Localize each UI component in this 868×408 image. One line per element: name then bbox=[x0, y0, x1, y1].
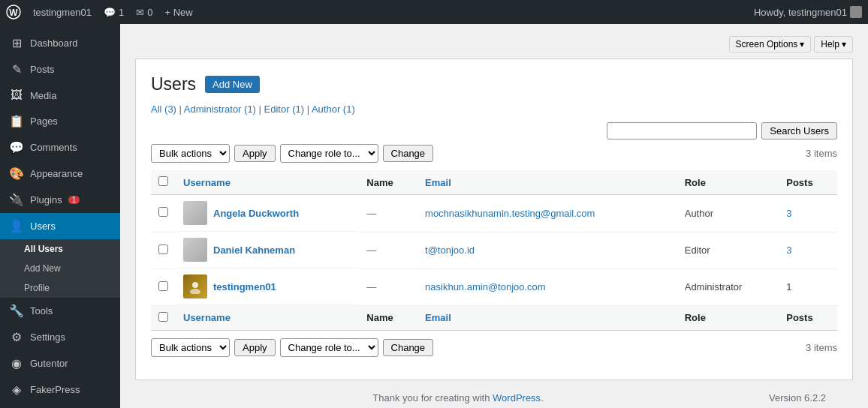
sidebar-item-users[interactable]: 👤 Users bbox=[0, 213, 120, 239]
search-users-button[interactable]: Search Users bbox=[761, 122, 837, 140]
sidebar-label-pages: Pages bbox=[30, 116, 58, 127]
apply-button-top[interactable]: Apply bbox=[234, 145, 276, 162]
bulk-actions-select-bottom[interactable]: Bulk actions Delete bbox=[151, 338, 230, 357]
change-role-select-top[interactable]: Change role to... Administrator Editor A… bbox=[280, 144, 378, 163]
sidebar-subitem-profile[interactable]: Profile bbox=[0, 278, 120, 298]
footer-wordpress-link[interactable]: WordPress bbox=[493, 392, 541, 404]
sidebar-item-posts[interactable]: ✎ Posts bbox=[0, 56, 120, 82]
avatar bbox=[850, 6, 862, 18]
footer-thank-you: Thank you for creating with bbox=[372, 392, 490, 404]
row-email: nasikhun.amin@tonjoo.com bbox=[417, 268, 677, 305]
adminbar-new[interactable]: + New bbox=[159, 0, 199, 24]
sidebar-item-settings[interactable]: ⚙ Settings bbox=[0, 324, 120, 350]
sidebar-item-gutentor[interactable]: ◉ Gutentor bbox=[0, 350, 120, 376]
name-dash: — bbox=[366, 244, 376, 256]
row-checkbox[interactable] bbox=[158, 281, 168, 291]
row-posts: 3 bbox=[779, 232, 837, 268]
apply-button-bottom[interactable]: Apply bbox=[234, 339, 276, 356]
email-link[interactable]: t@tonjoo.id bbox=[425, 244, 475, 256]
bulk-actions-bottom: Bulk actions Delete Apply Change role to… bbox=[151, 338, 837, 357]
sidebar-item-appearance[interactable]: 🎨 Appearance bbox=[0, 160, 120, 187]
row-role: Author bbox=[677, 195, 779, 232]
row-checkbox[interactable] bbox=[158, 207, 168, 217]
username-sort-link[interactable]: Username bbox=[183, 177, 231, 188]
select-all-footer-checkbox[interactable] bbox=[158, 312, 168, 322]
footer-username-link[interactable]: Username bbox=[183, 312, 231, 323]
screen-options-button[interactable]: Screen Options ▾ bbox=[729, 36, 812, 52]
row-avatar-username: testingmen01 bbox=[176, 268, 359, 305]
adminbar-right: Howdy, testingmen01 bbox=[754, 6, 862, 18]
posts-link[interactable]: 3 bbox=[786, 208, 791, 219]
sidebar-subitem-add-new[interactable]: Add New bbox=[0, 259, 120, 278]
email-sort-link[interactable]: Email bbox=[425, 177, 451, 188]
adminbar-howdy: Howdy, testingmen01 bbox=[754, 7, 847, 18]
change-button-top[interactable]: Change bbox=[383, 145, 434, 162]
sidebar-item-plugins[interactable]: 🔌 Plugins 1 bbox=[0, 187, 120, 213]
filter-editor[interactable]: Editor (1) bbox=[264, 104, 304, 115]
user-avatar bbox=[183, 201, 207, 225]
sidebar-item-media[interactable]: 🖼 Media bbox=[0, 82, 120, 108]
filter-links: All (3) | Administrator (1) | Editor (1)… bbox=[151, 104, 837, 115]
posts-link[interactable]: 3 bbox=[786, 244, 791, 256]
adminbar-messages[interactable]: ✉ 0 bbox=[130, 0, 158, 24]
select-all-checkbox[interactable] bbox=[158, 176, 168, 186]
tools-icon: 🔧 bbox=[9, 304, 24, 318]
row-role: Editor bbox=[677, 232, 779, 268]
bulk-actions-top: Bulk actions Delete Apply Change role to… bbox=[151, 144, 837, 163]
row-name: — bbox=[359, 268, 417, 305]
top-bar-buttons: Screen Options ▾ Help ▾ bbox=[135, 36, 853, 52]
row-name: — bbox=[359, 195, 417, 232]
user-avatar-photo bbox=[183, 274, 207, 298]
sidebar-item-tools[interactable]: 🔧 Tools bbox=[0, 298, 120, 324]
svg-point-2 bbox=[192, 282, 198, 288]
sidebar-subitem-all-users[interactable]: All Users bbox=[0, 239, 120, 259]
help-button[interactable]: Help ▾ bbox=[814, 36, 853, 52]
sidebar-label-settings: Settings bbox=[30, 332, 65, 343]
wp-logo[interactable]: W bbox=[6, 4, 21, 20]
username-link[interactable]: testingmen01 bbox=[213, 281, 276, 292]
change-role-select-bottom[interactable]: Change role to... Administrator Editor A… bbox=[280, 338, 378, 357]
filter-author[interactable]: Author (1) bbox=[312, 104, 355, 115]
footer-email-link[interactable]: Email bbox=[425, 312, 451, 323]
email-link[interactable]: mochnasikhunamin.testing@gmail.com bbox=[425, 208, 595, 219]
profile-label: Profile bbox=[24, 283, 50, 293]
sidebar-label-fakerpress: FakerPress bbox=[30, 384, 80, 395]
sidebar-item-fakerpress[interactable]: ◈ FakerPress bbox=[0, 376, 120, 403]
gutentor-icon: ◉ bbox=[9, 356, 24, 370]
plugins-badge: 1 bbox=[68, 196, 80, 204]
row-avatar-username: Daniel Kahneman bbox=[176, 232, 359, 268]
row-posts: 1 bbox=[779, 268, 837, 305]
sidebar-label-plugins: Plugins bbox=[30, 194, 62, 206]
change-button-bottom[interactable]: Change bbox=[383, 339, 434, 356]
screen-options-arrow: ▾ bbox=[800, 39, 804, 50]
fakerpress-icon: ◈ bbox=[9, 382, 24, 397]
bulk-actions-select-top[interactable]: Bulk actions Delete bbox=[151, 144, 230, 163]
email-link[interactable]: nasikhun.amin@tonjoo.com bbox=[425, 281, 546, 292]
posts-icon: ✎ bbox=[9, 62, 24, 76]
row-checkbox-col bbox=[151, 268, 176, 305]
header-username: Username bbox=[176, 170, 359, 195]
sidebar-item-pages[interactable]: 📋 Pages bbox=[0, 108, 120, 134]
adminbar-message-count: 0 bbox=[147, 7, 152, 18]
table-row: Angela Duckworth — mochnasikhunamin.test… bbox=[151, 195, 837, 232]
sidebar-item-comments[interactable]: 💬 Comments bbox=[0, 134, 120, 160]
adminbar-comments[interactable]: 💬 1 bbox=[98, 0, 130, 24]
svg-text:W: W bbox=[9, 8, 18, 18]
filter-administrator[interactable]: Administrator (1) bbox=[184, 104, 256, 115]
row-name: — bbox=[359, 232, 417, 268]
comments-icon: 💬 bbox=[9, 140, 24, 154]
add-new-button[interactable]: Add New bbox=[205, 76, 260, 93]
row-posts: 3 bbox=[779, 195, 837, 232]
users-table: Username Name Email Role Posts bbox=[151, 170, 837, 331]
adminbar-site[interactable]: testingmen01 bbox=[27, 0, 98, 24]
row-checkbox[interactable] bbox=[158, 244, 168, 254]
footer-name: Name bbox=[359, 305, 417, 330]
appearance-icon: 🎨 bbox=[9, 166, 24, 181]
filter-all[interactable]: All (3) bbox=[151, 104, 176, 115]
username-link[interactable]: Angela Duckworth bbox=[213, 208, 299, 219]
search-input[interactable] bbox=[607, 122, 757, 140]
sidebar-item-dashboard[interactable]: ⊞ Dashboard bbox=[0, 30, 120, 56]
username-link[interactable]: Daniel Kahneman bbox=[213, 244, 295, 256]
comment-icon: 💬 bbox=[104, 7, 116, 18]
footer-version: Version 6.2.2 bbox=[769, 392, 826, 404]
